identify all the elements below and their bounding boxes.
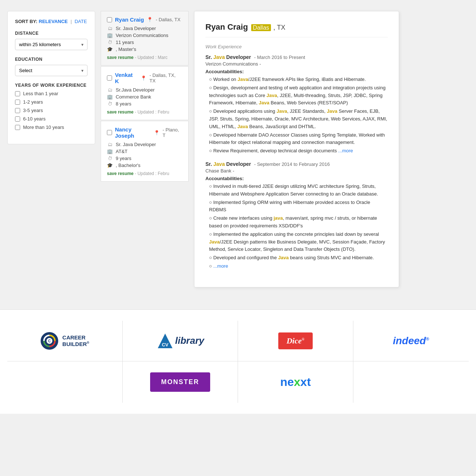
card-3-location-icon: 📍: [154, 130, 160, 135]
partner-empty-1: [7, 361, 123, 403]
grad-icon-1: 🎓: [107, 47, 113, 52]
clock-icon-2: ⏱: [107, 101, 113, 107]
building-icon-1: 🏢: [107, 33, 113, 38]
job-2-bullet-3: ○ Create new interfaces using java, mave…: [205, 215, 388, 230]
sort-by-section: SORT BY: RELEVANCE | DATE: [15, 19, 88, 24]
cvlibrary-logo: CV library: [156, 332, 204, 350]
partner-careerbuilder[interactable]: C CAREER BUILDER®: [7, 321, 123, 361]
job-1-bullet-2: ○ Design, development and testing of web…: [205, 84, 388, 107]
exp-1-2-checkbox[interactable]: [15, 100, 20, 105]
partners-section: C CAREER BUILDER® CV library Dice®: [0, 309, 476, 414]
exp-1-2-item[interactable]: 1-2 years: [15, 99, 88, 105]
card-2-header: Venkat K 📍 - Dallas, TX, TX: [107, 72, 182, 84]
card-1-location-icon: 📍: [147, 17, 153, 22]
exp-3-5-label: 3-5 years: [23, 108, 43, 113]
card-1-company: Verizon Communications: [116, 33, 168, 38]
job-1-bullet-4: ○ Developed hibernate DAO Accessor Class…: [205, 131, 388, 147]
exp-lt1-checkbox[interactable]: [15, 91, 20, 96]
partner-indeed[interactable]: indeed®: [353, 321, 469, 361]
resume-location-highlight: Dallas: [251, 24, 271, 31]
exp-10plus-checkbox[interactable]: [15, 125, 20, 130]
card-3-company-row: 🏢 AT&T: [107, 149, 182, 154]
exp-3-5-checkbox[interactable]: [15, 108, 20, 113]
indeed-logo: indeed®: [393, 335, 429, 347]
distance-label: DISTANCE: [15, 31, 88, 36]
job-2-bullet-5: ○ Developed and configured the Java bean…: [205, 254, 388, 262]
resume-header: Ryan Craig Dallas , TX: [205, 22, 388, 37]
card-3-updated: - Updated : Febru: [135, 171, 169, 176]
partner-nexxt[interactable]: nexxt: [238, 361, 353, 403]
card-2-company-row: 🏢 Commerce Bank: [107, 94, 182, 100]
education-select[interactable]: Select High School Associate Bachelor's …: [15, 65, 87, 76]
results-list: Ryan Craig 📍 - Dallas, TX 🗂 Sr. Java Dev…: [101, 11, 189, 287]
card-3-name[interactable]: Nancy Joseph: [115, 126, 151, 139]
card-3-edu: , Bachelor's: [116, 163, 141, 168]
result-card-3[interactable]: Nancy Joseph 📍 - Plano, T 🗂 Sr. Java Dev…: [101, 121, 189, 182]
exp-10plus-item[interactable]: More than 10 years: [15, 124, 88, 130]
clock-icon-3: ⏱: [107, 156, 113, 161]
careerbuilder-logo: C CAREER BUILDER®: [40, 332, 89, 350]
job-1-dates: - March 2016 to Present: [254, 55, 305, 60]
building-icon-3: 🏢: [107, 149, 113, 154]
resume-candidate-name: Ryan Craig: [205, 22, 248, 31]
partners-row-1: C CAREER BUILDER® CV library Dice®: [7, 321, 469, 361]
card-1-name[interactable]: Ryan Craig: [115, 16, 144, 23]
result-card-1[interactable]: Ryan Craig 📍 - Dallas, TX 🗂 Sr. Java Dev…: [101, 11, 189, 66]
job-1-more-link[interactable]: ...more: [338, 148, 353, 153]
job-entry-1: Sr. Java Developer - March 2016 to Prese…: [205, 54, 388, 155]
card-1-company-row: 🏢 Verizon Communications: [107, 33, 182, 38]
job-1-title-line: Sr. Java Developer - March 2016 to Prese…: [205, 54, 388, 60]
card-1-updated: - Updated : Marc: [135, 55, 167, 60]
dice-logo: Dice®: [278, 332, 312, 349]
job-entry-2: Sr. Java Developer - September 2014 to F…: [205, 161, 388, 270]
education-filter: EDUCATION Select High School Associate B…: [15, 57, 88, 76]
job-2-accountability: Accountabilities:: [205, 176, 388, 181]
exp-6-10-item[interactable]: 6-10 years: [15, 116, 88, 122]
partner-dice[interactable]: Dice®: [238, 321, 353, 361]
card-2-name[interactable]: Venkat K: [115, 72, 138, 84]
cvlibrary-text: library: [175, 335, 204, 346]
indeed-text: indeed®: [393, 335, 429, 347]
job-2-company: Chase Bank -: [205, 168, 388, 174]
card-2-updated: - Updated : Febru: [135, 109, 169, 115]
result-card-2[interactable]: Venkat K 📍 - Dallas, TX, TX 🗂 Sr.Java De…: [101, 66, 189, 120]
card-1-exp-row: ⏱ 11 years: [107, 40, 182, 45]
card-2-save-link[interactable]: save resume: [107, 109, 134, 115]
job-2-bullet-4: ○ Implemented the application using the …: [205, 231, 388, 253]
nexxt-x: x: [294, 375, 301, 388]
card-3-checkbox[interactable]: [107, 130, 112, 135]
building-icon-2: 🏢: [107, 94, 113, 100]
sort-separator: |: [71, 19, 72, 24]
indeed-reg: ®: [426, 336, 429, 341]
sort-relevance[interactable]: RELEVANCE: [39, 19, 68, 24]
card-2-company: Commerce Bank: [116, 94, 151, 100]
card-3-save-link[interactable]: save resume: [107, 171, 134, 176]
job-1-bullet-1: ○ Worked on Java/J2EE framework APIs lik…: [205, 76, 388, 83]
exp-lt1-item[interactable]: Less than 1 year: [15, 91, 88, 96]
distance-filter: DISTANCE within 25 kilometers within 10 …: [15, 31, 88, 50]
card-1-save-link[interactable]: save resume: [107, 55, 134, 60]
svg-text:CV: CV: [162, 342, 168, 347]
card-2-checkbox[interactable]: [107, 75, 112, 81]
grad-icon-3: 🎓: [107, 163, 113, 168]
job-1-title: Sr. Java Developer: [205, 54, 251, 60]
card-3-jobtitle: Sr. Java Developer: [116, 142, 156, 147]
careerbuilder-icon: C: [40, 332, 59, 350]
education-label: EDUCATION: [15, 57, 88, 62]
card-3-edu-row: 🎓 , Bachelor's: [107, 163, 182, 168]
distance-select[interactable]: within 25 kilometers within 10 kilometer…: [15, 39, 87, 50]
partner-empty-2: [353, 361, 469, 403]
careerbuilder-text: CAREER BUILDER®: [62, 334, 89, 347]
exp-6-10-checkbox[interactable]: [15, 116, 20, 122]
exp-3-5-item[interactable]: 3-5 years: [15, 108, 88, 113]
job-2-more-link[interactable]: ...more: [213, 263, 228, 269]
card-2-exp-row: ⏱ 8 years: [107, 101, 182, 107]
card-3-save-row: save resume - Updated : Febru: [107, 171, 182, 176]
partner-monster[interactable]: MonsteR: [123, 361, 238, 403]
sort-date[interactable]: DATE: [75, 19, 87, 24]
job-2-title: Sr. Java Developer: [205, 161, 251, 167]
card-3-exp: 9 years: [116, 156, 131, 161]
card-1-checkbox[interactable]: [107, 17, 112, 22]
experience-checkboxes: Less than 1 year 1-2 years 3-5 years 6-1…: [15, 91, 88, 130]
partner-cvlibrary[interactable]: CV library: [123, 321, 238, 361]
